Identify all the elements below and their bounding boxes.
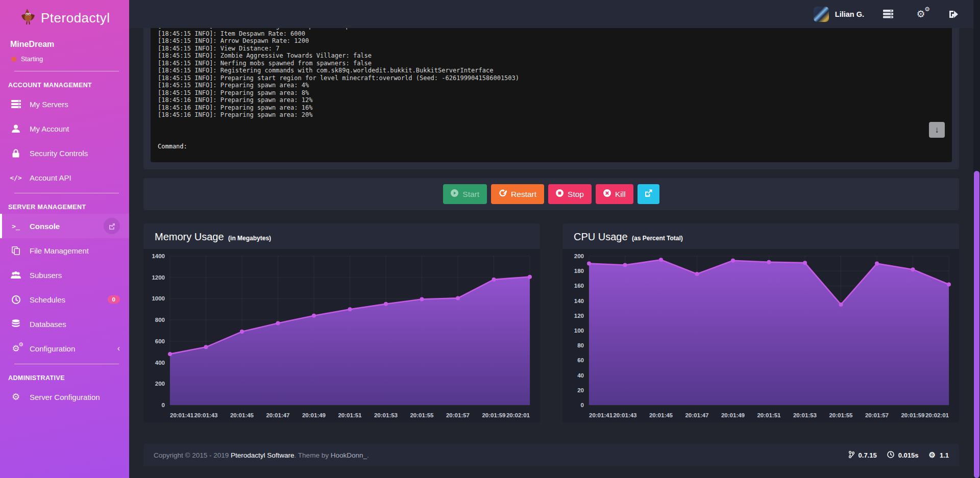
cogs-icon: ⚙⚙ <box>10 343 21 354</box>
sidebar-item-databases[interactable]: Databases <box>0 312 129 336</box>
command-row: Command: <box>158 136 945 157</box>
gear-icon: ⚙ <box>10 391 21 402</box>
sidebar-item-console[interactable]: >_ Console <box>0 214 129 238</box>
server-name: MineDream <box>0 40 129 49</box>
servers-nav-icon[interactable] <box>881 10 895 18</box>
svg-text:1000: 1000 <box>152 295 165 301</box>
svg-text:20:01:53: 20:01:53 <box>793 412 817 418</box>
sidebar-item-my-servers[interactable]: My Servers <box>0 92 129 116</box>
scrollbar-thumb[interactable] <box>974 171 979 478</box>
files-icon <box>10 246 21 255</box>
command-input[interactable] <box>191 142 945 150</box>
svg-text:20:02:01: 20:02:01 <box>925 412 949 418</box>
users-icon <box>10 271 21 279</box>
sidebar-item-label: Configuration <box>30 344 75 353</box>
svg-text:20:01:51: 20:01:51 <box>757 412 781 418</box>
svg-text:20:01:49: 20:01:49 <box>302 412 326 418</box>
load-time: 0.015s <box>898 451 919 459</box>
terminal-icon: >_ <box>10 222 21 230</box>
svg-text:20:01:55: 20:01:55 <box>410 412 434 418</box>
code-icon: </> <box>10 174 21 182</box>
sidebar-item-my-account[interactable]: My Account <box>0 116 129 141</box>
chevron-left-icon: ‹ <box>117 344 120 353</box>
svg-text:20:01:47: 20:01:47 <box>266 412 289 418</box>
svg-text:20:01:59: 20:01:59 <box>901 412 924 418</box>
stop-circle-icon <box>556 189 564 199</box>
start-button[interactable]: Start <box>443 184 487 204</box>
copyright: Copyright © 2015 - 2019 Pterodactyl Soft… <box>154 451 369 459</box>
power-controls: Start Restart Stop Kill <box>143 178 959 210</box>
brand[interactable]: Pterodactyl <box>0 0 129 31</box>
sidebar-item-schedules[interactable]: Schedules 0 <box>0 287 129 312</box>
sidebar-item-label: My Servers <box>30 100 68 109</box>
panel-version: 0.7.15 <box>859 451 877 459</box>
git-branch-icon <box>849 451 854 460</box>
avatar[interactable] <box>814 7 829 22</box>
refresh-icon <box>499 189 507 199</box>
kill-button[interactable]: Kill <box>596 184 633 204</box>
restart-label: Restart <box>511 190 536 199</box>
svg-text:600: 600 <box>155 338 165 344</box>
status-dot-icon <box>11 57 16 62</box>
svg-text:140: 140 <box>574 298 584 304</box>
settings-cogs-icon[interactable]: ⚙⚙ <box>914 8 927 20</box>
svg-text:60: 60 <box>577 357 584 363</box>
sidebar-item-security-controls[interactable]: Security Controls <box>0 141 129 165</box>
servers-icon <box>10 100 21 108</box>
svg-text:20:01:45: 20:01:45 <box>230 412 254 418</box>
sidebar: Pterodactyl MineDream Starting ACCOUNT M… <box>0 0 129 478</box>
theme-prefix: . Theme by <box>295 451 331 459</box>
lock-icon <box>10 149 21 158</box>
page-scrollbar[interactable] <box>973 0 980 478</box>
command-label: Command: <box>158 143 187 150</box>
svg-text:20:01:45: 20:01:45 <box>649 412 673 418</box>
footer-period: . <box>367 451 369 459</box>
sidebar-item-label: Server Configuration <box>30 393 100 401</box>
pterodactyl-logo-icon <box>20 8 36 28</box>
chart-title: CPU Usage <box>574 231 628 242</box>
copyright-prefix: Copyright © 2015 - 2019 <box>154 451 231 459</box>
svg-text:20:01:57: 20:01:57 <box>446 412 470 418</box>
api-version: 1.1 <box>940 451 949 459</box>
database-icon <box>10 319 21 329</box>
svg-text:120: 120 <box>574 313 584 319</box>
svg-text:0: 0 <box>581 402 584 408</box>
svg-text:20:01:41: 20:01:41 <box>170 412 194 418</box>
charts-row: Memory Usage (in Megabytes) 020040060080… <box>143 223 959 422</box>
restart-button[interactable]: Restart <box>491 184 544 204</box>
svg-text:400: 400 <box>155 360 165 366</box>
play-circle-icon <box>451 189 458 199</box>
sidebar-item-configuration[interactable]: ⚙⚙ Configuration ‹ <box>0 336 129 361</box>
memory-usage-card: Memory Usage (in Megabytes) 020040060080… <box>143 223 540 422</box>
svg-text:20:01:49: 20:01:49 <box>721 412 745 418</box>
svg-text:20:02:01: 20:02:01 <box>506 412 530 418</box>
theme-author-link[interactable]: HookDonn_ <box>331 451 367 459</box>
svg-text:20:01:51: 20:01:51 <box>338 412 362 418</box>
svg-text:20: 20 <box>577 387 584 393</box>
gear-icon: ⚙ <box>928 450 935 460</box>
sidebar-item-server-configuration[interactable]: ⚙ Server Configuration <box>0 385 129 409</box>
sidebar-item-account-api[interactable]: </> Account API <box>0 165 129 190</box>
external-link-icon <box>645 189 652 199</box>
svg-text:800: 800 <box>155 317 165 323</box>
user-icon <box>10 124 21 133</box>
svg-text:20:01:43: 20:01:43 <box>613 412 636 418</box>
sidebar-item-file-management[interactable]: File Management <box>0 238 129 263</box>
clock-icon <box>887 451 894 460</box>
svg-text:20:01:47: 20:01:47 <box>685 412 708 418</box>
stop-button[interactable]: Stop <box>548 184 592 204</box>
stop-label: Stop <box>568 190 584 199</box>
popout-console-button[interactable] <box>638 184 659 204</box>
sign-out-icon[interactable] <box>947 10 960 18</box>
sidebar-item-label: Account API <box>30 173 71 182</box>
external-link-icon[interactable] <box>104 218 120 234</box>
sidebar-item-subusers[interactable]: Subusers <box>0 263 129 287</box>
section-server-management: SERVER MANAGEMENT <box>0 193 129 214</box>
server-status: Starting <box>0 56 129 63</box>
svg-text:1400: 1400 <box>152 253 165 259</box>
pterodactyl-software-link[interactable]: Pterodactyl Software <box>231 451 295 459</box>
chart-title: Memory Usage <box>155 231 224 242</box>
console-output[interactable]: [18:45:15 INFO]: Mob Spawn Range: 4 [18:… <box>158 11 945 136</box>
scroll-to-bottom-button[interactable]: ↓ <box>929 122 945 138</box>
memory-usage-header: Memory Usage (in Megabytes) <box>143 223 540 249</box>
